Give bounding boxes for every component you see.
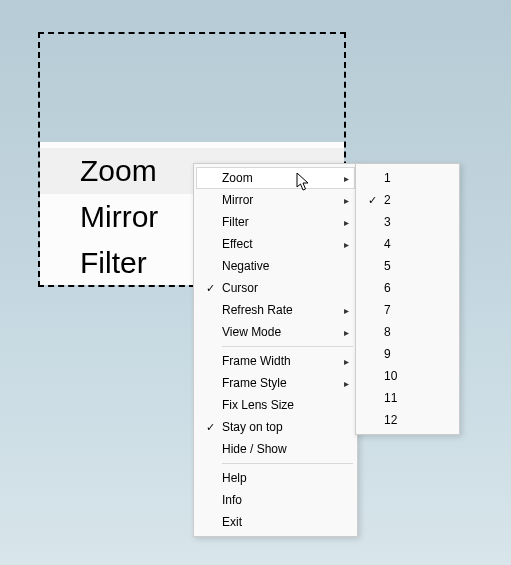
- menu-label: Hide / Show: [220, 442, 339, 456]
- chevron-right-icon: ▸: [339, 173, 349, 184]
- menu-label: 2: [382, 193, 451, 207]
- zoom-level-7[interactable]: 7: [358, 299, 457, 321]
- check-icon: ✓: [362, 194, 382, 207]
- menu-label: 7: [382, 303, 451, 317]
- menu-item-frame-style[interactable]: Frame Style ▸: [196, 372, 355, 394]
- menu-item-fix-lens-size[interactable]: Fix Lens Size: [196, 394, 355, 416]
- chevron-right-icon: ▸: [339, 327, 349, 338]
- menu-label: 6: [382, 281, 451, 295]
- menu-label: 9: [382, 347, 451, 361]
- menu-label: 1: [382, 171, 451, 185]
- menu-label: 10: [382, 369, 451, 383]
- zoom-level-3[interactable]: 3: [358, 211, 457, 233]
- menu-item-stay-on-top[interactable]: ✓ Stay on top: [196, 416, 355, 438]
- menu-label: Mirror: [220, 193, 339, 207]
- menu-item-zoom[interactable]: Zoom ▸: [196, 167, 355, 189]
- menu-separator: [222, 463, 353, 464]
- menu-item-exit[interactable]: Exit: [196, 511, 355, 533]
- menu-separator: [222, 346, 353, 347]
- menu-label: Stay on top: [220, 420, 339, 434]
- menu-item-frame-width[interactable]: Frame Width ▸: [196, 350, 355, 372]
- menu-item-info[interactable]: Info: [196, 489, 355, 511]
- zoom-submenu[interactable]: 1 ✓ 2 3 4 5 6 7 8 9 10 11 12: [355, 163, 460, 435]
- chevron-right-icon: ▸: [339, 195, 349, 206]
- zoom-level-9[interactable]: 9: [358, 343, 457, 365]
- menu-item-refresh-rate[interactable]: Refresh Rate ▸: [196, 299, 355, 321]
- menu-item-filter[interactable]: Filter ▸: [196, 211, 355, 233]
- menu-label: Help: [220, 471, 339, 485]
- zoom-level-6[interactable]: 6: [358, 277, 457, 299]
- menu-label: Effect: [220, 237, 339, 251]
- menu-item-hide-show[interactable]: Hide / Show: [196, 438, 355, 460]
- menu-label: View Mode: [220, 325, 339, 339]
- zoom-level-12[interactable]: 12: [358, 409, 457, 431]
- chevron-right-icon: ▸: [339, 378, 349, 389]
- menu-item-view-mode[interactable]: View Mode ▸: [196, 321, 355, 343]
- menu-item-help[interactable]: Help: [196, 467, 355, 489]
- chevron-right-icon: ▸: [339, 217, 349, 228]
- menu-label: 4: [382, 237, 451, 251]
- chevron-right-icon: ▸: [339, 239, 349, 250]
- menu-item-mirror[interactable]: Mirror ▸: [196, 189, 355, 211]
- menu-label: Info: [220, 493, 339, 507]
- menu-label: Frame Width: [220, 354, 339, 368]
- zoom-level-4[interactable]: 4: [358, 233, 457, 255]
- zoom-level-5[interactable]: 5: [358, 255, 457, 277]
- menu-label: 12: [382, 413, 451, 427]
- menu-label: Exit: [220, 515, 339, 529]
- menu-label: Refresh Rate: [220, 303, 339, 317]
- menu-label: 8: [382, 325, 451, 339]
- chevron-right-icon: ▸: [339, 305, 349, 316]
- zoom-level-1[interactable]: 1: [358, 167, 457, 189]
- menu-label: Frame Style: [220, 376, 339, 390]
- zoom-level-2[interactable]: ✓ 2: [358, 189, 457, 211]
- menu-label: 5: [382, 259, 451, 273]
- menu-label: Zoom: [220, 171, 339, 185]
- zoom-level-11[interactable]: 11: [358, 387, 457, 409]
- menu-label: 11: [382, 391, 451, 405]
- context-menu[interactable]: Zoom ▸ Mirror ▸ Filter ▸ Effect ▸ Negati…: [193, 163, 358, 537]
- zoom-level-10[interactable]: 10: [358, 365, 457, 387]
- menu-label: Cursor: [220, 281, 339, 295]
- check-icon: ✓: [200, 421, 220, 434]
- menu-item-effect[interactable]: Effect ▸: [196, 233, 355, 255]
- check-icon: ✓: [200, 282, 220, 295]
- menu-label: Filter: [220, 215, 339, 229]
- menu-label: Negative: [220, 259, 339, 273]
- chevron-right-icon: ▸: [339, 356, 349, 367]
- zoom-level-8[interactable]: 8: [358, 321, 457, 343]
- menu-label: 3: [382, 215, 451, 229]
- menu-item-negative[interactable]: Negative: [196, 255, 355, 277]
- menu-item-cursor[interactable]: ✓ Cursor: [196, 277, 355, 299]
- menu-label: Fix Lens Size: [220, 398, 339, 412]
